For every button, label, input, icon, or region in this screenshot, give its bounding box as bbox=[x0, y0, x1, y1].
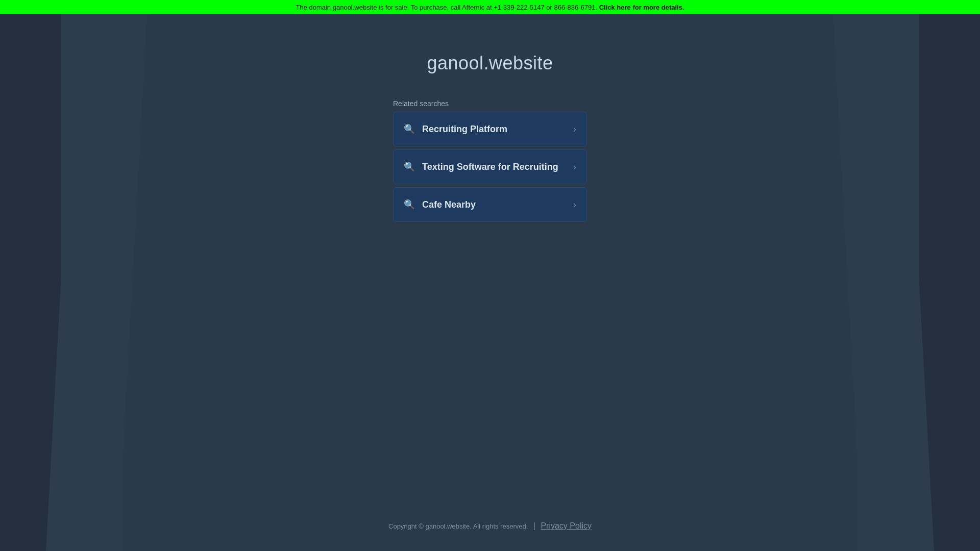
site-title: ganool.website bbox=[427, 53, 553, 74]
search-card-left: 🔍 Texting Software for Recruiting bbox=[404, 161, 558, 172]
related-searches-label: Related searches bbox=[393, 99, 587, 108]
search-card-label-recruiting-platform: Recruiting Platform bbox=[422, 124, 507, 135]
footer-divider: | bbox=[533, 521, 535, 530]
search-card-label-cafe-nearby: Cafe Nearby bbox=[422, 199, 476, 210]
banner-link[interactable]: Click here for more details. bbox=[599, 4, 684, 11]
chevron-right-icon: › bbox=[573, 162, 576, 172]
top-banner[interactable]: The domain ganool.website is for sale. T… bbox=[0, 0, 980, 14]
search-card-texting-software[interactable]: 🔍 Texting Software for Recruiting › bbox=[393, 149, 587, 184]
search-card-label-texting-software: Texting Software for Recruiting bbox=[422, 162, 558, 172]
banner-message: The domain ganool.website is for sale. T… bbox=[296, 4, 597, 11]
chevron-right-icon: › bbox=[573, 199, 576, 210]
privacy-policy-link[interactable]: Privacy Policy bbox=[541, 521, 592, 530]
search-card-recruiting-platform[interactable]: 🔍 Recruiting Platform › bbox=[393, 112, 587, 146]
footer-copyright: Copyright © ganool.website. All rights r… bbox=[388, 522, 528, 530]
banner-text: The domain ganool.website is for sale. T… bbox=[296, 4, 684, 11]
related-searches-section: Related searches 🔍 Recruiting Platform ›… bbox=[393, 99, 587, 225]
search-card-left: 🔍 Recruiting Platform bbox=[404, 123, 507, 135]
search-card-cafe-nearby[interactable]: 🔍 Cafe Nearby › bbox=[393, 187, 587, 222]
main-content: ganool.website Related searches 🔍 Recrui… bbox=[0, 14, 980, 551]
search-icon: 🔍 bbox=[404, 199, 415, 210]
footer: Copyright © ganool.website. All rights r… bbox=[0, 521, 980, 531]
search-icon: 🔍 bbox=[404, 161, 415, 172]
search-icon: 🔍 bbox=[404, 123, 415, 135]
chevron-right-icon: › bbox=[573, 124, 576, 135]
search-card-left: 🔍 Cafe Nearby bbox=[404, 199, 476, 210]
